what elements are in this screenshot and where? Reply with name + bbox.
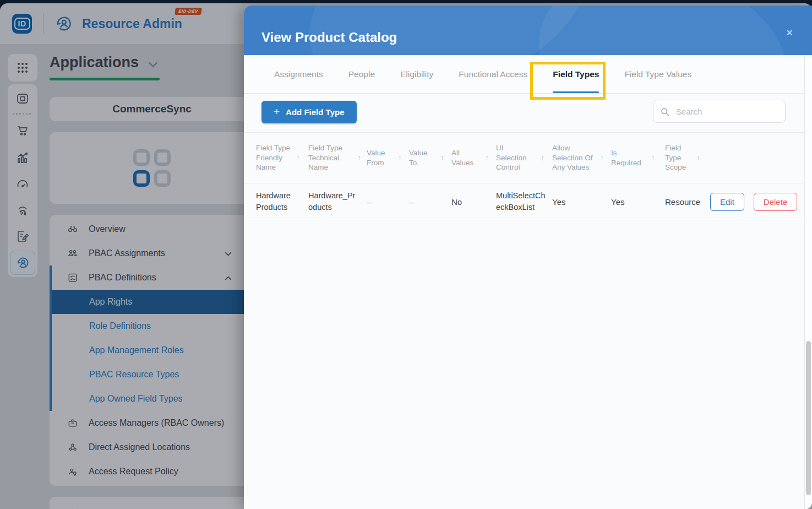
modal-header: View Product Catalog × [244, 6, 812, 55]
search-input[interactable] [676, 107, 778, 116]
col-field-type-scope: Field Type Scope ↑ [665, 143, 710, 172]
tab-label: Assignments [274, 69, 323, 79]
header-decor-curve [519, 6, 808, 55]
cell-value-from: – [367, 197, 409, 207]
col-value-to: Value To ↑ [409, 148, 451, 168]
cell-ui-selection-control: MultiSelectCheckBoxList [496, 190, 547, 213]
col-ui-selection-control: UI Selection Control ↑ [496, 143, 552, 172]
tab-label: People [348, 69, 375, 79]
col-allow-selection-of-any-values: Allow Selection Of Any Values ↑ [552, 143, 611, 172]
tab-field-type-values[interactable]: Field Type Values [612, 55, 704, 93]
col-field-type-technical-name: Field Type Technical Name ↑ [308, 143, 367, 172]
search-box [653, 100, 786, 123]
tab-field-types[interactable]: Field Types [540, 55, 612, 93]
tab-functional-access[interactable]: Functional Access [446, 55, 540, 93]
table-header-row: Field Type Friendly Name ↑ Field Type Te… [244, 132, 804, 183]
tab-label: Functional Access [459, 69, 527, 79]
cell-friendly-name: Hardware Products [256, 190, 297, 213]
tab-people[interactable]: People [336, 55, 388, 93]
row-actions: Edit Delete [710, 193, 810, 211]
sort-icon[interactable]: ↑ [651, 153, 655, 163]
sort-icon[interactable]: ↑ [440, 153, 444, 163]
tab-label: Field Type Values [624, 69, 691, 79]
plus-icon: + [274, 106, 280, 118]
tab-label: Field Types [553, 69, 599, 79]
tab-assignments[interactable]: Assignments [261, 55, 336, 93]
close-icon[interactable]: × [781, 24, 798, 41]
sort-icon[interactable]: ↑ [600, 153, 604, 163]
cell-is-required: Yes [611, 197, 665, 207]
add-field-type-button[interactable]: + Add Field Type [261, 101, 357, 123]
cell-value-to: – [409, 197, 451, 207]
col-is-required: Is Required ↑ [611, 148, 665, 168]
edit-button[interactable]: Edit [710, 193, 744, 211]
screen: ID Resource Admin EID-DEV [0, 0, 812, 509]
table-row: Hardware Products Hardware_Products – – … [244, 183, 804, 220]
sort-icon[interactable]: ↑ [296, 153, 300, 163]
modal-title: View Product Catalog [261, 30, 397, 45]
col-field-type-friendly-name: Field Type Friendly Name ↑ [256, 143, 308, 172]
search-icon [660, 107, 669, 116]
sort-icon[interactable]: ↑ [485, 153, 489, 163]
tab-eligibility[interactable]: Eligibility [388, 55, 446, 93]
delete-button[interactable]: Delete [754, 193, 797, 211]
field-types-table: Field Type Friendly Name ↑ Field Type Te… [244, 132, 804, 220]
sort-icon[interactable]: ↑ [357, 153, 361, 163]
sort-icon[interactable]: ↑ [696, 153, 700, 163]
col-value-from: Value From ↑ [367, 148, 409, 168]
add-field-type-label: Add Field Type [286, 107, 344, 117]
cell-technical-name: Hardware_Products [308, 190, 356, 213]
tab-label: Eligibility [400, 69, 433, 79]
cell-all-values: No [451, 197, 496, 207]
modal-scrollbar[interactable] [804, 55, 812, 509]
modal-tab-bar: Assignments People Eligibility Functiona… [244, 55, 804, 94]
cell-field-type-scope: Resource [665, 197, 710, 207]
cell-allow-selection: Yes [552, 197, 611, 207]
scrollbar-thumb[interactable] [806, 341, 811, 495]
sort-icon[interactable]: ↑ [398, 153, 402, 163]
sort-icon[interactable]: ↑ [541, 153, 544, 163]
col-all-values: All Values ↑ [451, 148, 496, 168]
view-product-catalog-modal: View Product Catalog × Assignments Peopl… [244, 6, 812, 509]
